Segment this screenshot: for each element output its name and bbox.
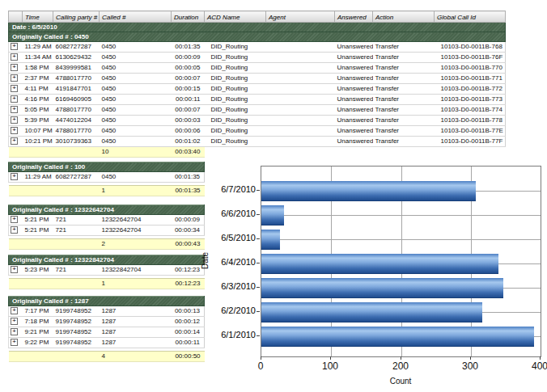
y-axis-tick-label: 6/6/2010 (207, 209, 256, 219)
time-cell: 10:07 PM (23, 126, 53, 137)
call-row[interactable]: +10:07 PM4788017770045000:00:06DID_Routi… (9, 126, 506, 137)
column-header[interactable]: Action (373, 11, 435, 23)
group-table-12322642704: Originally Called # : 12322642704+5:21 P… (8, 204, 205, 250)
chart-plot-area (261, 166, 541, 357)
call-row[interactable]: +11:29 AM6082727287045000:01:35DID_Routi… (9, 42, 506, 53)
call-row[interactable]: +1:58 PM8439999581045000:00:05DID_Routin… (9, 63, 506, 74)
chart-bar[interactable] (261, 278, 503, 298)
call-row[interactable]: +4:11 PM4191847701045000:00:15DID_Routin… (9, 84, 506, 95)
action-cell: Transfer (373, 42, 435, 53)
answered-cell: Unanswered (335, 42, 373, 53)
duration-cell: 00:12:23 (172, 265, 205, 276)
expand-plus-icon[interactable]: + (11, 64, 18, 71)
duration-cell: 00:00:11 (172, 338, 205, 348)
expand-plus-icon[interactable]: + (11, 173, 18, 180)
chart-bar[interactable] (261, 302, 482, 322)
duration-cell: 00:00:11 (172, 95, 205, 105)
time-cell: 5:39 PM (23, 116, 53, 126)
call-row[interactable]: +11:34 AM6130629432045000:00:09DID_Routi… (9, 53, 506, 63)
column-header[interactable]: Agent (266, 11, 335, 23)
call-row[interactable]: +5:23 PM7211232284270400:12:23 (9, 265, 205, 276)
column-header[interactable]: Duration (172, 11, 205, 23)
called-cell: 0450 (100, 63, 172, 74)
call-row[interactable]: +9:21 PM9199748952128700:00:14 (9, 327, 205, 338)
agent-cell (266, 84, 335, 95)
called-cell: 0450 (100, 84, 172, 95)
call-report-table: TimeCalling party #Called #DurationACD N… (8, 11, 506, 158)
group-summary-row: 200:00:43 (9, 239, 205, 250)
group-table-12322842704: Originally Called # : 12322842704+5:23 P… (8, 255, 205, 289)
called-cell: 1287 (100, 338, 172, 348)
expand-plus-icon[interactable]: + (11, 318, 18, 325)
expand-plus-icon[interactable]: + (11, 339, 18, 346)
group-summary-row: 100:12:23 (9, 279, 205, 289)
call-row[interactable]: +5:39 PM4474012204045000:00:03DID_Routin… (9, 116, 506, 126)
time-cell: 9:22 PM (23, 338, 53, 348)
column-header[interactable]: Time (23, 11, 53, 23)
expand-plus-icon[interactable]: + (11, 74, 18, 82)
column-header[interactable]: Global Call Id (435, 11, 506, 23)
summary-count: 10 (100, 147, 172, 158)
expand-cell: + (9, 126, 23, 137)
expand-plus-icon[interactable]: + (11, 266, 18, 273)
expand-plus-icon[interactable]: + (11, 106, 18, 113)
calling-party-cell: 6082727287 (53, 172, 100, 183)
call-row[interactable]: +5:21 PM7211232264270400:00:34 (9, 226, 205, 236)
originally-called-band[interactable]: Originally Called # : 12322842704 (9, 255, 205, 265)
originally-called-band[interactable]: Originally Called # : 1287 (9, 297, 205, 306)
agent-cell (266, 42, 335, 53)
global-call-id-cell: 10103-D0-0011B-771 (435, 74, 506, 84)
column-header[interactable]: Calling party # (53, 11, 100, 23)
expand-plus-icon[interactable]: + (11, 328, 18, 335)
expand-plus-icon[interactable]: + (11, 127, 18, 134)
group-band-label: Originally Called # : 1287 (9, 297, 205, 306)
call-row[interactable]: +7:18 PM9199748952128700:00:12 (9, 317, 205, 327)
column-header[interactable]: Called # (100, 11, 172, 23)
expand-plus-icon[interactable]: + (11, 307, 18, 314)
column-header[interactable]: Answered (335, 11, 373, 23)
call-row[interactable]: +2:37 PM4788017770045000:00:07DID_Routin… (9, 74, 506, 84)
call-row[interactable]: +5:21 PM7211232264270400:00:09 (9, 215, 205, 226)
call-row[interactable]: +7:17 PM9199748952128700:00:13 (9, 306, 205, 317)
duration-cell: 00:00:09 (172, 53, 205, 63)
chart-bar[interactable] (261, 181, 476, 201)
duration-cell: 00:00:15 (172, 84, 205, 95)
expand-plus-icon[interactable]: + (11, 85, 18, 92)
y-axis-tick-label: 6/5/2010 (207, 233, 256, 243)
call-row[interactable]: +9:22 PM9199748952128700:00:11 (9, 338, 205, 348)
y-axis-tick-label: 6/7/2010 (207, 184, 256, 195)
expand-plus-icon[interactable]: + (11, 216, 18, 223)
chart-bar[interactable] (261, 327, 534, 347)
column-header[interactable]: ACD Name (205, 11, 266, 23)
chart-bar[interactable] (261, 205, 284, 226)
y-axis-tick (257, 263, 260, 263)
originally-called-band[interactable]: Originally Called # : 100 (9, 162, 205, 172)
global-call-id-cell: 10103-D0-0011B-77E (435, 126, 506, 137)
answered-cell: Unanswered (335, 84, 373, 95)
column-header[interactable] (9, 11, 23, 23)
y-axis-title: Date (201, 252, 210, 269)
call-row[interactable]: +4:16 PM6169460905045000:00:11DID_Routin… (9, 95, 506, 105)
originally-called-band[interactable]: Originally Called # : 12322642704 (9, 205, 205, 215)
expand-cell: + (9, 95, 23, 105)
expand-plus-icon[interactable]: + (11, 116, 18, 124)
time-cell: 5:21 PM (23, 226, 53, 236)
expand-plus-icon[interactable]: + (11, 43, 18, 50)
expand-plus-icon[interactable]: + (11, 95, 18, 103)
originally-called-band[interactable]: Originally Called # : 0450 (9, 32, 506, 42)
group-band-label: Originally Called # : 12322642704 (9, 205, 205, 215)
agent-cell (266, 63, 335, 74)
grid-line-horizontal (261, 239, 541, 240)
expand-plus-icon[interactable]: + (11, 137, 18, 145)
chart-bar[interactable] (261, 230, 280, 250)
call-row[interactable]: +10:21 PM3010739363045000:01:02DID_Routi… (9, 137, 506, 147)
chart-bar[interactable] (261, 254, 498, 274)
action-cell: Transfer (373, 74, 435, 84)
y-axis-tick-label: 6/4/2010 (207, 257, 256, 268)
expand-plus-icon[interactable]: + (11, 226, 18, 234)
date-group-band[interactable]: Date : 6/5/2010 (9, 23, 506, 32)
call-row[interactable]: +5:05 PM4788017770045000:00:07DID_Routin… (9, 105, 506, 116)
agent-cell (266, 53, 335, 63)
expand-plus-icon[interactable]: + (11, 53, 18, 61)
call-row[interactable]: +11:29 AM6082727287045000:01:35 (9, 172, 205, 183)
